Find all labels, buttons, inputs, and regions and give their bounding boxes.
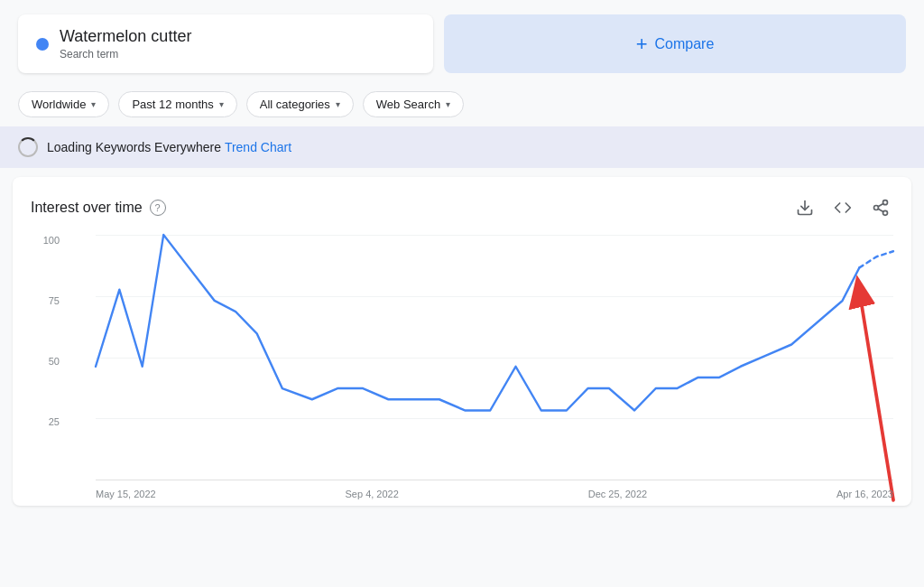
interest-title-group: Interest over time ? — [31, 200, 166, 216]
x-label-dec: Dec 25, 2022 — [588, 489, 647, 499]
y-label-75: 75 — [31, 295, 60, 306]
filter-websearch[interactable]: Web Search ▾ — [363, 91, 464, 117]
trend-line-svg — [96, 235, 893, 454]
search-term-card: Watermelon cutter Search term — [18, 14, 433, 73]
svg-line-5 — [878, 203, 883, 206]
loading-spinner — [18, 137, 38, 157]
interest-title: Interest over time — [31, 200, 143, 216]
help-icon[interactable]: ? — [150, 200, 166, 216]
filter-past12months[interactable]: Past 12 months ▾ — [118, 91, 236, 117]
filter-past12months-label: Past 12 months — [132, 98, 213, 111]
filters-bar: Worldwide ▾ Past 12 months ▾ All categor… — [0, 84, 924, 126]
chevron-down-icon: ▾ — [219, 99, 224, 109]
keywords-loading-bar: Loading Keywords Everywhere Trend Chart — [0, 126, 924, 168]
chevron-down-icon: ▾ — [446, 99, 450, 109]
code-icon[interactable] — [830, 195, 855, 220]
trend-dotted-polyline — [859, 251, 893, 267]
search-term-subtitle: Search term — [60, 48, 191, 61]
y-label-100: 100 — [31, 235, 60, 246]
search-term-text: Watermelon cutter Search term — [60, 27, 191, 61]
loading-text: Loading Keywords Everywhere Trend Chart — [47, 140, 291, 154]
filter-worldwide-label: Worldwide — [32, 98, 86, 111]
y-label-50: 50 — [31, 356, 60, 367]
trend-polyline — [96, 235, 859, 410]
interest-section: Interest over time ? — [13, 177, 911, 506]
compare-label: Compare — [655, 36, 715, 52]
x-label-sep: Sep 4, 2022 — [346, 489, 399, 499]
filter-worldwide[interactable]: Worldwide ▾ — [18, 91, 109, 117]
search-term-title: Watermelon cutter — [60, 27, 191, 46]
svg-line-4 — [878, 209, 883, 211]
loading-text-highlight: Trend Chart — [225, 140, 291, 154]
loading-text-before: Loading Keywords Everywhere — [47, 140, 221, 154]
chevron-down-icon: ▾ — [336, 99, 340, 109]
top-section: Watermelon cutter Search term + Compare — [0, 0, 924, 84]
share-icon[interactable] — [868, 195, 893, 220]
y-axis-labels: 100 75 50 25 — [31, 235, 60, 480]
download-icon[interactable] — [792, 195, 818, 220]
y-label-25: 25 — [31, 416, 60, 427]
x-axis-labels: May 15, 2022 Sep 4, 2022 Dec 25, 2022 Ap… — [96, 483, 893, 499]
header-icons — [792, 195, 893, 220]
filter-websearch-label: Web Search — [376, 98, 440, 111]
interest-header: Interest over time ? — [31, 195, 893, 220]
compare-plus-icon: + — [636, 33, 648, 56]
chevron-down-icon: ▾ — [91, 99, 96, 109]
x-label-may: May 15, 2022 — [96, 489, 156, 499]
x-label-apr: Apr 16, 2023 — [836, 489, 893, 499]
filter-allcategories-label: All categories — [260, 98, 330, 111]
chart-container: 100 75 50 25 — [31, 235, 893, 506]
filter-allcategories[interactable]: All categories ▾ — [246, 91, 354, 117]
chart-area: May 15, 2022 Sep 4, 2022 Dec 25, 2022 Ap… — [96, 235, 893, 480]
compare-card[interactable]: + Compare — [444, 14, 906, 73]
search-term-dot — [36, 38, 49, 51]
